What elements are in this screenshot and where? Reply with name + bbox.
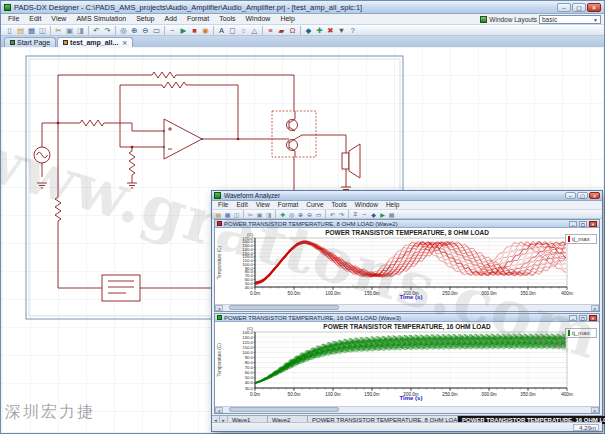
search-icon[interactable]: ◎ xyxy=(118,25,129,35)
undo-icon[interactable]: ↶ xyxy=(328,210,337,218)
measure-icon[interactable]: ≡ xyxy=(351,210,360,218)
menu-format[interactable]: Format xyxy=(182,14,214,24)
menu-window[interactable]: Window xyxy=(240,14,275,24)
paste-icon[interactable]: ◨ xyxy=(264,210,273,218)
open-icon[interactable]: ▤ xyxy=(214,210,223,218)
open-icon[interactable]: ▤ xyxy=(15,25,26,35)
close-button[interactable]: ✕ xyxy=(587,3,601,12)
menu-edit[interactable]: Edit xyxy=(232,201,251,209)
chart-16ohm-scrollbar[interactable]: ◂ ▸ xyxy=(215,406,599,413)
add-waveform-icon[interactable]: ✚ xyxy=(278,210,287,218)
menu-setup[interactable]: Setup xyxy=(131,14,159,24)
child-minimize-button[interactable]: ‒ xyxy=(569,315,577,321)
zoom-out-icon[interactable]: ⊖ xyxy=(140,25,151,35)
marker-icon[interactable]: ◆ xyxy=(369,210,378,218)
redo-icon[interactable]: ↷ xyxy=(102,25,113,35)
save-icon[interactable]: ▦ xyxy=(26,25,37,35)
copy-icon[interactable]: ▣ xyxy=(64,25,75,35)
wire-icon[interactable]: ≡ xyxy=(265,25,276,35)
probe-icon[interactable]: ◉ xyxy=(200,25,211,35)
menu-view[interactable]: View xyxy=(252,201,274,209)
chart-8ohm-scrollbar[interactable]: ◂ ▸ xyxy=(215,304,599,311)
cut-icon[interactable]: ✂ xyxy=(53,25,64,35)
scrollbar-thumb[interactable] xyxy=(229,305,339,310)
menu-tools[interactable]: Tools xyxy=(214,14,240,24)
menu-help[interactable]: Help xyxy=(275,14,299,24)
menu-window[interactable]: Window xyxy=(351,201,382,209)
menu-file[interactable]: File xyxy=(3,14,24,24)
waveform-icon[interactable]: ~ xyxy=(360,210,369,218)
child-minimize-button[interactable]: ‒ xyxy=(569,221,577,227)
bus-icon[interactable]: ▰ xyxy=(276,25,287,35)
analyzer-maximize-button[interactable]: ▢ xyxy=(577,192,588,199)
menu-help[interactable]: Help xyxy=(382,201,403,209)
scrollbar-thumb[interactable] xyxy=(229,407,339,412)
help-icon[interactable]: ? xyxy=(347,25,358,35)
part-icon[interactable]: ◆ xyxy=(303,25,314,35)
zoom-in-icon[interactable]: ⊕ xyxy=(129,25,140,35)
print-icon[interactable]: ◫ xyxy=(37,25,48,35)
main-titlebar[interactable]: PADS-DX Designer - C:\PADS_AMS_projects\… xyxy=(1,1,604,14)
child-close-button[interactable]: ✕ xyxy=(589,221,597,227)
child-close-button[interactable]: ✕ xyxy=(589,315,597,321)
minimize-button[interactable]: ‒ xyxy=(557,3,571,12)
child-maximize-button[interactable]: ▢ xyxy=(579,315,587,321)
shape-rect-icon[interactable]: ◻ xyxy=(227,25,238,35)
zoom-out-icon[interactable]: ⊖ xyxy=(305,210,314,218)
shape-triangle-icon[interactable]: △ xyxy=(249,25,260,35)
svg-text:Temperature (C): Temperature (C) xyxy=(217,343,222,377)
analyzer-close-button[interactable]: ✕ xyxy=(589,192,600,199)
search-icon[interactable]: ◎ xyxy=(287,210,296,218)
paste-icon[interactable]: ◨ xyxy=(75,25,86,35)
scrollbar-track[interactable] xyxy=(223,407,591,413)
menu-tools[interactable]: Tools xyxy=(328,201,351,209)
menu-add[interactable]: Add xyxy=(159,14,181,24)
new-icon[interactable]: ▯ xyxy=(4,25,15,35)
window-layouts-combobox[interactable]: basic ▼ xyxy=(539,15,601,24)
menu-view[interactable]: View xyxy=(46,14,71,24)
tab-start-page[interactable]: Start Page xyxy=(4,37,56,47)
chart-window-16ohm-titlebar[interactable]: POWER TRANSISTOR TEMPERATURE, 16 OHM LOA… xyxy=(215,314,599,322)
scroll-right-icon[interactable]: ▸ xyxy=(591,305,599,311)
scroll-left-icon[interactable]: ◂ xyxy=(215,407,223,413)
scroll-right-icon[interactable]: ▸ xyxy=(591,407,599,413)
text-icon[interactable]: A xyxy=(216,25,227,35)
undo-icon[interactable]: ↶ xyxy=(91,25,102,35)
sim-setup-icon[interactable]: ~ xyxy=(167,25,178,35)
analyzer-minimize-button[interactable]: ‒ xyxy=(565,192,576,199)
properties-icon[interactable]: ▼ xyxy=(336,25,347,35)
scroll-left-icon[interactable]: ◂ xyxy=(215,305,223,311)
tab-test-amp-all-[interactable]: test_amp_all...✕ xyxy=(57,37,133,47)
redo-icon[interactable]: ↷ xyxy=(337,210,346,218)
print-icon[interactable]: ◫ xyxy=(232,210,241,218)
menu-format[interactable]: Format xyxy=(274,201,303,209)
menu-curve[interactable]: Curve xyxy=(302,201,327,209)
zoom-in-icon[interactable]: ⊕ xyxy=(296,210,305,218)
menu-ams-simulation[interactable]: AMS Simulation xyxy=(71,14,131,24)
maximize-button[interactable]: ▢ xyxy=(572,3,586,12)
close-tab-icon[interactable]: ✕ xyxy=(122,39,127,46)
zoom-fit-icon[interactable]: ▭ xyxy=(314,210,323,218)
zoom-fit-icon[interactable]: ▭ xyxy=(151,25,162,35)
chart-window-8ohm-titlebar[interactable]: POWER TRANSISTOR TEMPERATURE, 8 OHM LOAD… xyxy=(215,220,599,228)
delete-icon[interactable]: ✖ xyxy=(325,25,336,35)
save-icon[interactable]: ▦ xyxy=(223,210,232,218)
net-icon[interactable]: Ω xyxy=(287,25,298,35)
cut-icon[interactable]: ✂ xyxy=(246,210,255,218)
menu-file[interactable]: File xyxy=(214,201,232,209)
scrollbar-track[interactable] xyxy=(223,305,591,311)
chevron-down-icon: ▼ xyxy=(593,17,598,23)
run-simulation-icon[interactable]: ▶ xyxy=(178,25,189,35)
menu-edit[interactable]: Edit xyxy=(24,14,46,24)
child-maximize-button[interactable]: ▢ xyxy=(579,221,587,227)
stop-simulation-icon[interactable]: ■ xyxy=(189,25,200,35)
copy-icon[interactable]: ▣ xyxy=(255,210,264,218)
shape-circle-icon[interactable]: ○ xyxy=(238,25,249,35)
add-part-icon[interactable]: ✚ xyxy=(314,25,325,35)
run-icon[interactable]: ▶ xyxy=(378,210,387,218)
chart-area-16ohm: 140.0130.0120.0110.0100.090.080.070.060.… xyxy=(215,322,599,408)
analyzer-titlebar[interactable]: Waveform Analyzer ‒ ▢ ✕ xyxy=(212,191,602,201)
legend-swatch-red xyxy=(568,236,570,242)
toolbar-separator xyxy=(262,26,263,35)
grid-icon[interactable]: ▦ xyxy=(387,210,396,218)
